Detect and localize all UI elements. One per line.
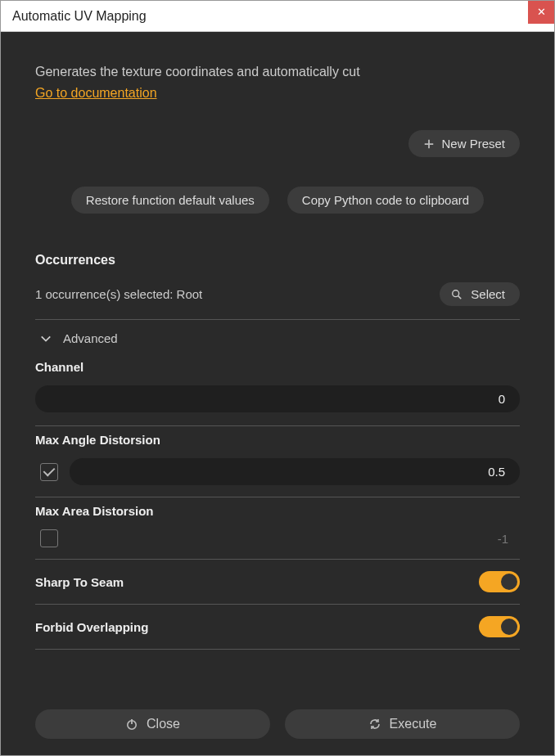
footer-buttons: Close Execute	[35, 693, 520, 739]
restore-defaults-button[interactable]: Restore function default values	[71, 187, 269, 214]
plus-icon	[423, 138, 435, 150]
chevron-down-icon	[40, 333, 52, 344]
close-icon: ✕	[537, 6, 546, 18]
titlebar: Automatic UV Mapping ✕	[1, 1, 554, 32]
divider	[35, 649, 520, 650]
forbid-overlap-row: Forbid Overlapping	[35, 605, 520, 649]
max-angle-label: Max Angle Distorsion	[35, 433, 520, 447]
advanced-toggle[interactable]: Advanced	[35, 320, 520, 353]
dialog-content: Generates the texture coordinates and au…	[1, 32, 554, 755]
max-area-checkbox[interactable]	[40, 529, 58, 547]
svg-point-0	[453, 290, 459, 296]
svg-line-1	[458, 295, 462, 299]
copy-python-label: Copy Python code to clipboard	[302, 193, 469, 207]
occurrences-summary: 1 occurrence(s) selected: Root	[35, 287, 202, 301]
max-area-value: -1	[70, 532, 520, 546]
description-text: Generates the texture coordinates and au…	[35, 65, 520, 79]
restore-defaults-label: Restore function default values	[86, 193, 255, 207]
copy-python-button[interactable]: Copy Python code to clipboard	[287, 187, 484, 214]
search-icon	[451, 289, 463, 300]
max-area-label: Max Area Distorsion	[35, 504, 520, 518]
execute-label: Execute	[390, 717, 437, 731]
select-button[interactable]: Select	[440, 282, 520, 306]
advanced-label: Advanced	[63, 331, 118, 345]
close-label: Close	[147, 717, 180, 731]
divider	[35, 425, 520, 426]
channel-label: Channel	[35, 360, 520, 374]
select-label: Select	[471, 287, 505, 301]
execute-button[interactable]: Execute	[285, 709, 520, 739]
max-angle-input[interactable]	[70, 458, 520, 485]
documentation-link[interactable]: Go to documentation	[35, 86, 520, 101]
forbid-overlap-label: Forbid Overlapping	[35, 620, 148, 634]
window-title: Automatic UV Mapping	[12, 9, 147, 24]
dialog-window: Automatic UV Mapping ✕ Generates the tex…	[0, 0, 555, 756]
max-area-row: -1	[35, 529, 520, 547]
close-button[interactable]: Close	[35, 709, 270, 739]
new-preset-button[interactable]: New Preset	[408, 130, 520, 157]
preset-row: New Preset	[35, 130, 520, 157]
action-row: Restore function default values Copy Pyt…	[35, 187, 520, 214]
forbid-overlap-toggle[interactable]	[479, 616, 520, 637]
divider	[35, 497, 520, 497]
new-preset-label: New Preset	[441, 137, 505, 151]
refresh-icon	[368, 718, 381, 731]
window-close-button[interactable]: ✕	[528, 1, 554, 24]
max-angle-checkbox[interactable]	[40, 463, 58, 481]
max-angle-row	[35, 458, 520, 485]
occurrences-heading: Occurrences	[35, 253, 520, 268]
occurrences-row: 1 occurrence(s) selected: Root Select	[35, 282, 520, 306]
channel-input[interactable]	[35, 385, 520, 412]
sharp-to-seam-toggle[interactable]	[479, 571, 520, 592]
sharp-to-seam-label: Sharp To Seam	[35, 575, 124, 589]
sharp-to-seam-row: Sharp To Seam	[35, 560, 520, 604]
power-icon	[125, 718, 138, 731]
